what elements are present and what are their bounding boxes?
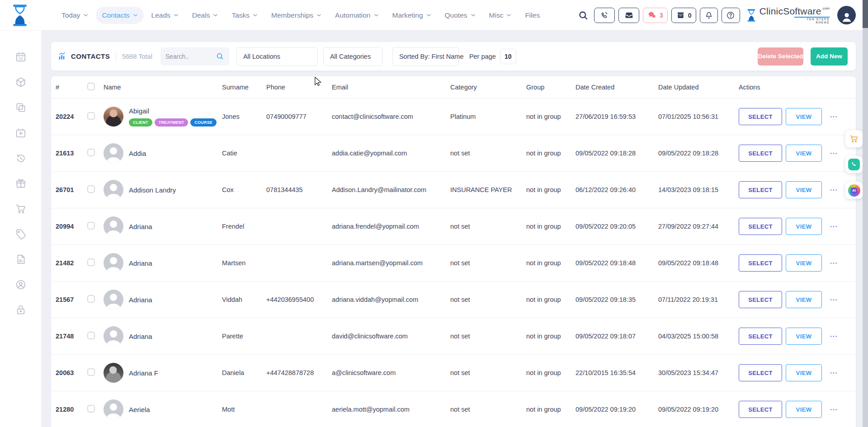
more-actions-button[interactable]: ••• (830, 370, 838, 375)
search-icon[interactable] (578, 10, 589, 21)
contact-badge[interactable]: COURSE (190, 118, 217, 127)
avatar[interactable] (104, 326, 123, 346)
history-icon[interactable] (15, 152, 27, 164)
nav-item-marketing[interactable]: Marketing (387, 7, 437, 24)
more-actions-button[interactable]: ••• (830, 333, 838, 339)
nav-item-files[interactable]: Files (519, 7, 546, 24)
contact-name[interactable]: Addison Landry (129, 186, 176, 194)
avatar[interactable] (104, 180, 123, 200)
nav-item-quotes[interactable]: Quotes (439, 7, 481, 24)
per-page-input[interactable]: 10 (500, 49, 516, 64)
select-button[interactable]: SELECT (739, 218, 782, 235)
more-actions-button[interactable]: ••• (830, 407, 838, 412)
nav-item-memberships[interactable]: Memberships (265, 7, 327, 24)
app-logo-icon[interactable] (11, 3, 29, 28)
view-button[interactable]: VIEW (786, 108, 822, 125)
more-actions-button[interactable]: ••• (830, 224, 838, 229)
avatar[interactable] (104, 107, 123, 127)
select-button[interactable]: SELECT (739, 364, 782, 381)
row-checkbox[interactable] (87, 149, 95, 156)
select-button[interactable]: SELECT (739, 254, 782, 272)
nav-item-misc[interactable]: Misc (483, 7, 518, 24)
add-new-button[interactable]: Add New (811, 47, 848, 66)
scrollbar-thumb[interactable] (863, 0, 868, 28)
inbox-button[interactable] (618, 8, 639, 23)
search-submit-icon[interactable] (216, 52, 224, 61)
select-button[interactable]: SELECT (739, 328, 782, 345)
view-button[interactable]: VIEW (786, 218, 822, 235)
contact-name[interactable]: Abigail (129, 107, 217, 115)
more-actions-button[interactable]: ••• (830, 114, 838, 119)
floating-ai-button[interactable]: AI (845, 182, 863, 199)
user-avatar[interactable] (837, 6, 856, 24)
phone-button[interactable] (594, 8, 615, 23)
delete-selected-button[interactable]: Delete Selected (758, 47, 803, 66)
more-actions-button[interactable]: ••• (830, 150, 838, 156)
nav-item-today[interactable]: Today (56, 7, 94, 24)
contact-name[interactable]: Adriana (129, 223, 152, 230)
avatar[interactable] (104, 253, 123, 273)
cart-icon[interactable] (15, 203, 27, 215)
select-button[interactable]: SELECT (739, 108, 782, 125)
contact-name[interactable]: Adriana (129, 333, 152, 340)
contact-name[interactable]: Aeriela (129, 406, 150, 413)
chat-button[interactable]: 3 (643, 8, 668, 23)
select-button[interactable]: SELECT (739, 181, 782, 198)
avatar[interactable] (104, 363, 123, 383)
avatar[interactable] (104, 216, 123, 236)
price-tag-icon[interactable] (15, 228, 27, 240)
user-badge-icon[interactable] (15, 279, 27, 291)
notifications-button[interactable] (700, 8, 718, 23)
gift-icon[interactable] (15, 178, 27, 189)
contact-badge[interactable]: CLIENT (129, 118, 152, 127)
nav-item-deals[interactable]: Deals (186, 7, 224, 24)
view-button[interactable]: VIEW (786, 145, 822, 162)
row-checkbox[interactable] (87, 185, 95, 193)
brand-logo[interactable]: ClinicSoftware .com TEN STEPS AHEAD (746, 6, 830, 24)
select-button[interactable]: SELECT (739, 401, 782, 418)
view-button[interactable]: VIEW (786, 401, 822, 418)
row-checkbox[interactable] (87, 258, 95, 266)
calendar-import-icon[interactable] (15, 127, 27, 139)
contact-name[interactable]: Adriana (129, 296, 152, 304)
nav-item-automation[interactable]: Automation (329, 7, 384, 24)
row-checkbox[interactable] (87, 222, 95, 230)
select-button[interactable]: SELECT (739, 291, 782, 308)
row-checkbox[interactable] (87, 332, 95, 339)
more-actions-button[interactable]: ••• (830, 297, 838, 302)
avatar[interactable] (104, 290, 123, 310)
view-button[interactable]: VIEW (786, 291, 822, 308)
copies-icon[interactable] (15, 102, 27, 113)
location-filter[interactable]: All Locations (236, 47, 318, 66)
sort-filter[interactable]: Sorted By: First Name (392, 47, 459, 66)
floating-whatsapp-button[interactable] (845, 156, 863, 173)
lock-icon[interactable] (15, 304, 27, 316)
more-actions-button[interactable]: ••• (830, 260, 838, 266)
contact-badge[interactable]: TREATMENT (155, 118, 189, 127)
avatar[interactable] (104, 399, 123, 419)
contact-name[interactable]: Addia (129, 150, 146, 157)
vertical-scrollbar[interactable] (863, 0, 868, 427)
contact-name[interactable]: Adriana (129, 259, 152, 267)
basket-button[interactable]: 0 (671, 8, 696, 23)
category-filter[interactable]: All Categories (323, 47, 382, 66)
package-icon[interactable] (15, 76, 27, 88)
floating-cart-button[interactable] (845, 130, 863, 147)
view-button[interactable]: VIEW (786, 254, 822, 272)
view-button[interactable]: VIEW (786, 181, 822, 198)
search-input[interactable] (165, 53, 216, 60)
help-button[interactable] (722, 8, 740, 23)
row-checkbox[interactable] (87, 112, 95, 120)
calendar-12-icon[interactable]: 12 (15, 51, 27, 63)
nav-item-leads[interactable]: Leads (146, 7, 184, 24)
row-checkbox[interactable] (87, 368, 95, 376)
report-icon[interactable] (15, 253, 27, 265)
row-checkbox[interactable] (87, 295, 95, 303)
view-button[interactable]: VIEW (786, 328, 822, 345)
row-checkbox[interactable] (87, 405, 95, 413)
select-all-checkbox[interactable] (87, 83, 95, 90)
avatar[interactable] (104, 143, 123, 163)
nav-item-contacts[interactable]: Contacts (96, 7, 143, 24)
select-button[interactable]: SELECT (739, 145, 782, 162)
contact-name[interactable]: Adriana F (129, 369, 158, 377)
